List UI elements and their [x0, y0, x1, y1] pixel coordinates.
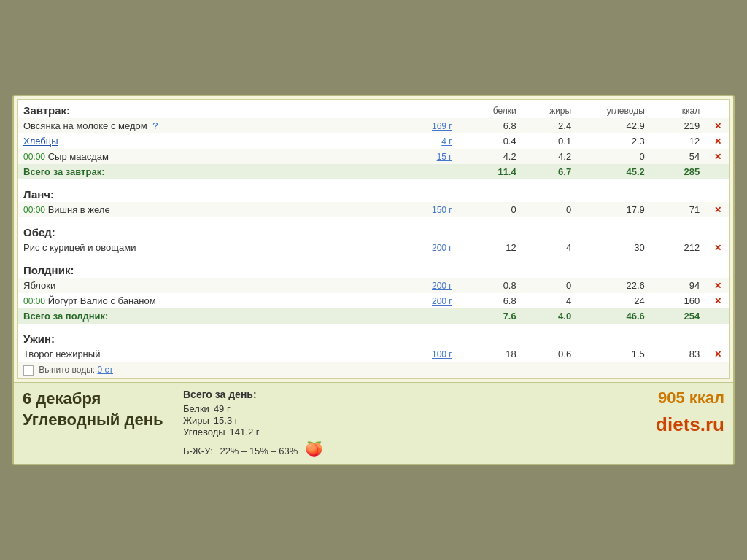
snack-item-1: Яблоки 200 г 0.8 0 22.6 94 ✕: [18, 278, 729, 293]
daily-carbs-value: 141.2 г: [230, 427, 260, 438]
dinner-item-1-amount[interactable]: 200 г: [432, 243, 452, 253]
fruit-icon: 🍑: [305, 441, 323, 457]
water-cell: Выпито воды: 0 ст: [18, 362, 729, 378]
footer-kcal-logo: 905 ккал diets.ru: [578, 389, 724, 436]
snack-title: Полдник:: [18, 260, 729, 278]
dinner-item-1-delete[interactable]: ✕: [714, 243, 721, 253]
breakfast-total-kcal: 285: [651, 164, 705, 179]
snack-item-1-delete[interactable]: ✕: [714, 281, 721, 291]
breakfast-item-1-kcal: 219: [651, 118, 705, 133]
daily-protein-label: Белки: [183, 403, 209, 414]
supper-item-1-carbs: 1.5: [577, 346, 651, 362]
col-fat-header: жиры: [522, 100, 577, 118]
supper-item-1-fat: 0.6: [522, 346, 577, 362]
breakfast-item-3-kcal: 54: [651, 149, 705, 164]
supper-title: Ужин:: [18, 328, 729, 346]
snack-item-2-carbs: 24: [577, 293, 651, 308]
section-snack-header: Полдник:: [18, 260, 729, 278]
snack-item-2: 00:00 Йогурт Валио с бананом 200 г 6.8 4…: [18, 293, 729, 308]
breakfast-item-2-protein: 0.4: [458, 133, 522, 149]
date-line2: Углеводный день: [23, 410, 169, 431]
snack-total-carbs: 46.6: [577, 308, 651, 324]
breakfast-item-3-delete[interactable]: ✕: [714, 152, 721, 162]
snack-item-2-amount[interactable]: 200 г: [432, 296, 452, 306]
supper-item-1-label: Творог нежирный: [23, 349, 100, 359]
daily-fat-row: Жиры 15.3 г: [183, 415, 564, 426]
breakfast-item-3-carbs: 0: [577, 149, 651, 164]
section-dinner-header: Обед:: [18, 222, 729, 240]
supper-item-1-delete[interactable]: ✕: [714, 349, 721, 359]
breakfast-item-1: Овсянка на молоке с медом ? 169 г 6.8 2.…: [18, 118, 729, 133]
daily-fat-label: Жиры: [183, 415, 209, 426]
main-container: Завтрак: белки жиры углеводы ккал Овсянк…: [12, 95, 735, 465]
dinner-item-1-fat: 4: [522, 240, 577, 255]
supper-item-1-amount[interactable]: 100 г: [432, 349, 452, 359]
breakfast-item-1-delete[interactable]: ✕: [714, 121, 721, 131]
breakfast-item-2-kcal: 12: [651, 133, 705, 149]
snack-item-2-label: Йогурт Валио с бананом: [48, 295, 156, 306]
breakfast-total: Всего за завтрак: 11.4 6.7 45.2 285: [18, 164, 729, 179]
supper-item-1-protein: 18: [458, 346, 522, 362]
snack-item-1-label: Яблоки: [23, 280, 55, 291]
snack-item-2-time: 00:00: [23, 296, 45, 306]
snack-item-1-kcal: 94: [651, 278, 705, 293]
breakfast-item-2-amount[interactable]: 4 г: [441, 136, 452, 147]
lunch-item-1-carbs: 17.9: [577, 202, 651, 217]
breakfast-item-1-label: Овсянка на молоке с медом: [23, 120, 147, 131]
lunch-item-1-label: Вишня в желе: [48, 204, 110, 215]
snack-total-protein: 7.6: [458, 308, 522, 324]
daily-protein-row: Белки 49 г: [183, 403, 564, 414]
lunch-item-1-name: 00:00 Вишня в желе: [18, 202, 384, 217]
breakfast-item-1-fat: 2.4: [522, 118, 577, 133]
snack-item-2-delete[interactable]: ✕: [714, 296, 721, 306]
breakfast-item-1-carbs: 42.9: [577, 118, 651, 133]
snack-total-kcal: 254: [651, 308, 705, 324]
dinner-item-1-kcal: 212: [651, 240, 705, 255]
breakfast-item-2: Хлебцы 4 г 0.4 0.1 2.3 12 ✕: [18, 133, 729, 149]
water-checkbox[interactable]: [23, 365, 34, 376]
lunch-item-1-delete[interactable]: ✕: [714, 205, 721, 215]
breakfast-item-3-amount[interactable]: 15 г: [437, 152, 452, 162]
lunch-item-1-kcal: 71: [651, 202, 705, 217]
dinner-item-1: Рис с курицей и овощами 200 г 12 4 30 21…: [18, 240, 729, 255]
food-table: Завтрак: белки жиры углеводы ккал Овсянк…: [18, 100, 729, 378]
snack-item-1-fat: 0: [522, 278, 577, 293]
dinner-item-1-label: Рис с курицей и овощами: [23, 242, 136, 253]
daily-carbs-label: Углеводы: [183, 427, 225, 438]
breakfast-total-protein: 11.4: [458, 164, 522, 179]
dinner-item-1-carbs: 30: [577, 240, 651, 255]
daily-fat-value: 15.3 г: [214, 415, 239, 426]
breakfast-item-2-link[interactable]: Хлебцы: [23, 136, 58, 147]
snack-item-1-protein: 0.8: [458, 278, 522, 293]
snack-total-label: Всего за полдник:: [18, 308, 458, 324]
breakfast-item-1-protein: 6.8: [458, 118, 522, 133]
water-label: Выпито воды:: [39, 365, 95, 375]
diets-logo: diets.ru: [656, 413, 724, 436]
lunch-item-1-amount[interactable]: 150 г: [432, 205, 452, 215]
snack-item-2-protein: 6.8: [458, 293, 522, 308]
daily-carbs-row: Углеводы 141.2 г: [183, 427, 564, 438]
breakfast-item-3-name: 00:00 Сыр маасдам: [18, 149, 384, 164]
section-breakfast-header: Завтрак: белки жиры углеводы ккал: [18, 100, 729, 118]
section-supper-header: Ужин:: [18, 328, 729, 346]
supper-item-1: Творог нежирный 100 г 18 0.6 1.5 83 ✕: [18, 346, 729, 362]
breakfast-item-1-name: Овсянка на молоке с медом ?: [18, 118, 384, 133]
daily-total-label: Всего за день:: [183, 389, 564, 400]
breakfast-item-3: 00:00 Сыр маасдам 15 г 4.2 4.2 0 54 ✕: [18, 149, 729, 164]
snack-item-2-fat: 4: [522, 293, 577, 308]
bzu-value: 22% – 15% – 63%: [220, 446, 298, 456]
water-value[interactable]: 0 ст: [98, 365, 114, 375]
diets-logo-domain: .ru: [700, 413, 724, 435]
snack-total-fat: 4.0: [522, 308, 577, 324]
breakfast-item-3-time: 00:00: [23, 152, 45, 162]
breakfast-item-2-delete[interactable]: ✕: [714, 136, 721, 147]
breakfast-item-1-amount[interactable]: 169 г: [432, 121, 452, 131]
lunch-item-1-time: 00:00: [23, 205, 45, 215]
lunch-item-1-fat: 0: [522, 202, 577, 217]
date-line1: 6 декабря: [23, 389, 169, 410]
breakfast-item-2-fat: 0.1: [522, 133, 577, 149]
snack-item-1-carbs: 22.6: [577, 278, 651, 293]
breakfast-item-3-protein: 4.2: [458, 149, 522, 164]
snack-item-1-amount[interactable]: 200 г: [432, 281, 452, 291]
dinner-item-1-name: Рис с курицей и овощами: [18, 240, 384, 255]
